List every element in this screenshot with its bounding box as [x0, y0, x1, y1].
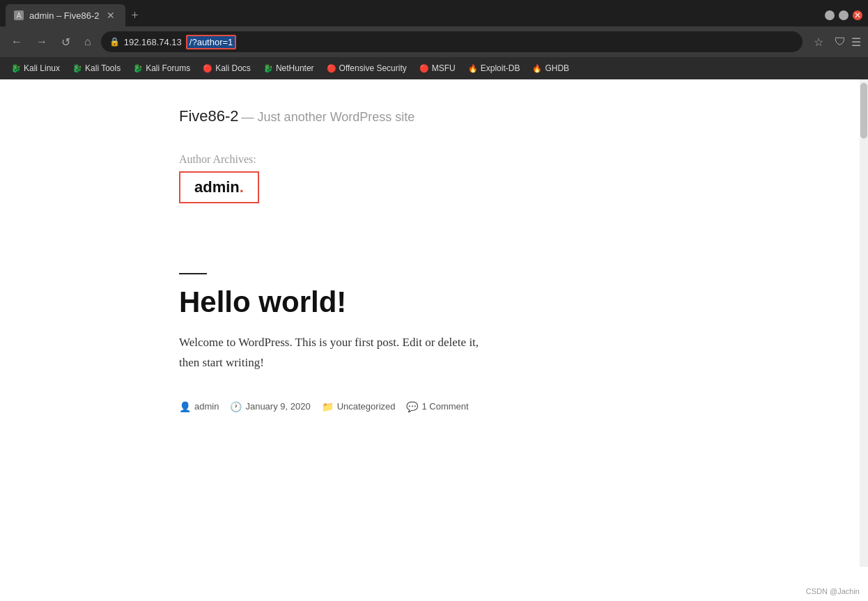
bookmark-nethunter[interactable]: 🐉 NetHunter [258, 61, 320, 75]
bookmark-kali-forums-label: Kali Forums [146, 63, 190, 73]
msfu-icon: 🔴 [419, 64, 429, 73]
kali-linux-icon: 🐉 [11, 64, 21, 73]
scrollbar-thumb[interactable] [860, 83, 867, 139]
bookmark-kali-docs[interactable]: 🔴 Kali Docs [197, 61, 256, 75]
security-icon: 🔒 [109, 37, 120, 47]
bookmark-msfu[interactable]: 🔴 MSFU [414, 61, 461, 75]
page-content: Five86-2 — Just another WordPress site A… [0, 79, 860, 567]
ghdb-icon: 🔥 [532, 64, 542, 73]
nav-bar: ← → ↺ ⌂ 🔒 192.168.74.13/?author=1 ☆ 🛡 ☰ [0, 26, 868, 57]
post-section: Hello world! Welcome to WordPress. This … [179, 273, 681, 412]
post-divider [179, 273, 207, 274]
wordpress-wrapper: Five86-2 — Just another WordPress site A… [151, 79, 708, 426]
nethunter-icon: 🐉 [263, 64, 273, 73]
kali-tools-icon: 🐉 [72, 64, 82, 73]
new-tab-button[interactable]: + [125, 9, 144, 22]
bookmarks-bar: 🐉 Kali Linux 🐉 Kali Tools 🐉 Kali Forums … [0, 57, 868, 79]
bookmark-ghdb-label: GHDB [545, 63, 569, 73]
address-highlight: /?author=1 [186, 35, 237, 49]
watermark: CSDN @Jachin [806, 587, 860, 595]
tab-bar: A admin – Five86-2 ✕ + ✕ [0, 0, 868, 26]
offensive-security-icon: 🔴 [327, 64, 336, 73]
meta-author: 👤 admin [179, 401, 219, 412]
site-tagline: Just another WordPress site [258, 110, 415, 124]
page-wrapper: Five86-2 — Just another WordPress site A… [0, 79, 868, 567]
bookmark-offensive-security[interactable]: 🔴 Offensive Security [321, 61, 412, 75]
bookmark-exploit-db-label: Exploit-DB [481, 63, 520, 73]
author-name-box: admin. [179, 171, 259, 203]
site-separator: — [242, 110, 258, 124]
maximize-button[interactable] [839, 10, 848, 20]
bookmark-exploit-db[interactable]: 🔥 Exploit-DB [463, 61, 526, 75]
tab-close-button[interactable]: ✕ [104, 9, 117, 22]
post-title: Hello world! [179, 286, 681, 319]
meta-date: 🕐 January 9, 2020 [230, 401, 310, 412]
site-header: Five86-2 — Just another WordPress site [179, 93, 681, 125]
bookmark-kali-tools-label: Kali Tools [85, 63, 121, 73]
minimize-button[interactable] [825, 10, 835, 20]
bookmark-kali-docs-label: Kali Docs [215, 63, 251, 73]
close-button[interactable]: ✕ [853, 10, 862, 20]
bookmark-nethunter-label: NetHunter [276, 63, 314, 73]
category-icon: 📁 [322, 401, 334, 412]
author-archives-section: Author Archives: admin. [179, 153, 681, 231]
meta-date-text: January 9, 2020 [245, 401, 310, 412]
post-content: Welcome to WordPress. This is your first… [179, 333, 681, 373]
kali-forums-icon: 🐉 [133, 64, 143, 73]
post-meta: 👤 admin 🕐 January 9, 2020 📁 Uncategorize… [179, 401, 681, 412]
author-icon: 👤 [179, 401, 191, 412]
exploit-db-icon: 🔥 [468, 64, 478, 73]
bookmark-star-icon[interactable]: ☆ [814, 36, 823, 49]
author-name-text: admin [194, 178, 240, 196]
meta-category: 📁 Uncategorized [322, 401, 396, 412]
meta-author-link[interactable]: admin [194, 401, 219, 412]
bookmark-kali-linux[interactable]: 🐉 Kali Linux [6, 61, 65, 75]
kali-docs-icon: 🔴 [203, 64, 212, 73]
author-name: admin. [194, 178, 244, 196]
bookmark-ghdb[interactable]: 🔥 GHDB [527, 61, 575, 75]
home-button[interactable]: ⌂ [80, 34, 95, 49]
forward-button[interactable]: → [32, 34, 52, 49]
nav-right-icons: 🛡 ☰ [835, 36, 861, 49]
post-content-line2: then start writing! [179, 353, 681, 373]
site-title: Five86-2 [179, 107, 239, 125]
menu-icon[interactable]: ☰ [851, 36, 861, 49]
address-base: 192.168.74.13 [124, 37, 182, 47]
shield-icon[interactable]: 🛡 [835, 36, 846, 48]
active-tab[interactable]: A admin – Five86-2 ✕ [6, 4, 125, 26]
date-icon: 🕐 [230, 401, 242, 412]
comments-icon: 💬 [406, 401, 418, 412]
bookmark-kali-linux-label: Kali Linux [24, 63, 60, 73]
bookmark-msfu-label: MSFU [432, 63, 456, 73]
post-content-line1: Welcome to WordPress. This is your first… [179, 333, 681, 353]
tab-title: admin – Five86-2 [29, 10, 99, 21]
author-dot: . [240, 178, 244, 196]
bookmark-offensive-security-label: Offensive Security [339, 63, 407, 73]
refresh-button[interactable]: ↺ [57, 34, 75, 50]
tab-favicon: A [14, 10, 24, 20]
meta-comments: 💬 1 Comment [406, 401, 468, 412]
address-bar[interactable]: 🔒 192.168.74.13/?author=1 [101, 31, 803, 52]
window-controls: ✕ [825, 10, 862, 20]
browser-chrome: A admin – Five86-2 ✕ + ✕ ← → ↺ ⌂ 🔒 192.1… [0, 0, 868, 79]
bookmark-kali-forums[interactable]: 🐉 Kali Forums [127, 61, 196, 75]
bookmark-kali-tools[interactable]: 🐉 Kali Tools [67, 61, 126, 75]
back-button[interactable]: ← [7, 34, 26, 49]
scrollbar[interactable] [860, 79, 868, 567]
meta-comments-link[interactable]: 1 Comment [421, 401, 468, 412]
meta-category-link[interactable]: Uncategorized [337, 401, 396, 412]
author-archives-label: Author Archives: [179, 153, 681, 166]
